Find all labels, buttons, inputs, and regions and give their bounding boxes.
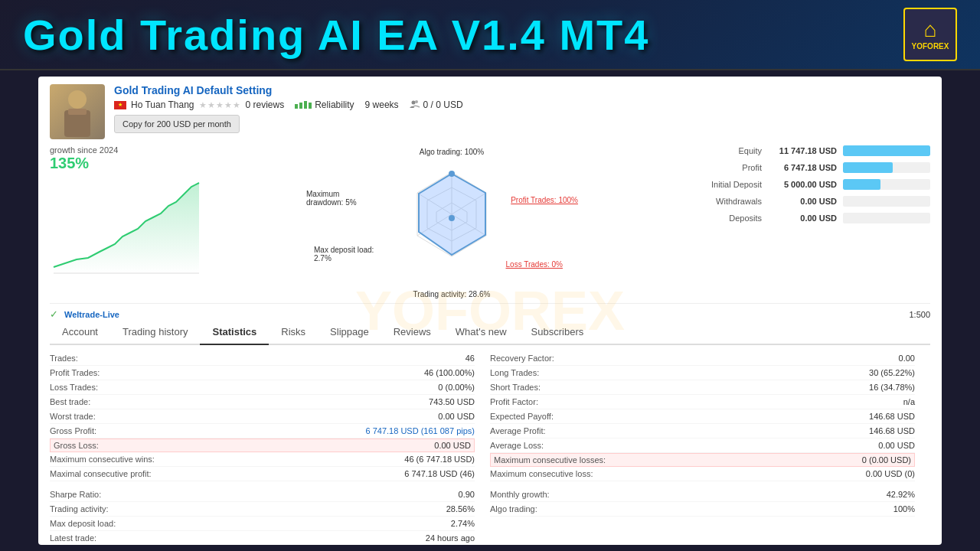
avatar [50, 84, 105, 139]
content-area: growth since 2024 135% [50, 145, 930, 298]
bar-container [843, 213, 930, 223]
stat-value: 6 747.18 USD (46) [404, 469, 475, 478]
stat-item: Sharpe Ratio: 0.90 [50, 487, 475, 502]
stat-item: Monthly growth: 42.92% [490, 487, 915, 502]
logo-icon: ⌂ [924, 19, 937, 41]
tab-account[interactable]: Account [50, 320, 110, 345]
stat-value: 0.90 [459, 490, 475, 499]
tab-slippage[interactable]: Slippage [318, 320, 381, 345]
stat-item: Latest trade: 24 hours ago [50, 531, 475, 545]
stat-item: Long Trades: 30 (65.22%) [490, 366, 915, 380]
stat-value: 0 (0.00%) [438, 383, 475, 392]
stat-label: Recovery Factor: [490, 354, 554, 363]
stat-item: Average Loss: 0.00 USD [490, 439, 915, 453]
equity-bar-label: Deposits [685, 214, 762, 223]
stat-item: Maximum consecutive losses: 0 (0.00 USD) [490, 453, 915, 467]
stars: ★★★★★ [199, 100, 241, 110]
stat-label: Maximum consecutive loss: [490, 469, 593, 478]
stat-value: 46 (6 747.18 USD) [404, 455, 475, 464]
banner: Gold Trading AI EA V1.4 MT4 ⌂ YOFOREX [0, 0, 980, 70]
author-name: Ho Tuan Thang [131, 99, 194, 110]
stat-label: Monthly growth: [490, 490, 550, 499]
signal-title: Gold Trading AI Default Setting [114, 84, 272, 96]
title-row: Gold Trading AI Default Setting [114, 84, 930, 96]
reviews: 0 reviews [246, 99, 285, 110]
copy-button[interactable]: Copy for 200 USD per month [114, 115, 240, 133]
stat-label: Expected Payoff: [490, 412, 554, 421]
stat-label: Short Trades: [490, 383, 541, 392]
bar-fill [843, 145, 930, 156]
svg-point-13 [449, 215, 455, 221]
stat-item: Profit Factor: n/a [490, 395, 915, 409]
bar-fill [843, 162, 893, 173]
stat-label: Trading activity: [50, 504, 109, 514]
equity-bars-container: Equity 11 747.18 USD Profit 6 747.18 USD… [685, 145, 930, 223]
card-header: Gold Trading AI Default Setting Ho Tuan … [50, 84, 930, 139]
stat-item: Trades: 46 [50, 351, 475, 366]
line-chart [50, 175, 203, 275]
stat-item: Profit Trades: 46 (100.00%) [50, 366, 475, 380]
stat-item: Worst trade: 0.00 USD [50, 409, 475, 424]
equity-bar-value: 11 747.18 USD [768, 146, 837, 155]
equity-bar-value: 0.00 USD [768, 197, 837, 206]
subscribers-info: 0 / 0 USD [410, 99, 463, 110]
stat-item: Expected Payoff: 146.68 USD [490, 409, 915, 424]
chart-area: growth since 2024 135% [50, 145, 218, 298]
stat-label: Max deposit load: [50, 519, 116, 528]
tab-subscribers[interactable]: Subscribers [519, 320, 596, 345]
loss-label: Loss Trades: 0% [506, 260, 563, 269]
stat-value: 0.00 USD [878, 441, 915, 450]
tab-risks[interactable]: Risks [269, 320, 318, 345]
leverage: 1:500 [909, 310, 930, 319]
weeks: 9 weeks [365, 99, 399, 110]
radar-svg [368, 149, 536, 295]
stat-item: Loss Trades: 0 (0.00%) [50, 380, 475, 395]
stat-value: 16 (34.78%) [869, 383, 915, 392]
stat-label: Maximal consecutive profit: [50, 469, 152, 478]
bar-container [843, 196, 930, 207]
tab-trading-history[interactable]: Trading history [110, 320, 201, 345]
bar-container [843, 179, 930, 190]
stat-item: Recovery Factor: 0.00 [490, 351, 915, 366]
stat-label: Sharpe Ratio: [50, 490, 101, 499]
reliability-label: Reliability [315, 99, 354, 110]
stat-value: 30 (65.22%) [869, 368, 915, 377]
stat-item: Maximum consecutive loss: 0.00 USD (0) [490, 467, 915, 481]
banner-title: Gold Trading AI EA V1.4 MT4 [23, 10, 649, 60]
stat-item: Gross Profit: 6 747.18 USD (161 087 pips… [50, 424, 475, 439]
stat-label: Loss Trades: [50, 383, 98, 392]
stats-table: Trades: 46 Profit Trades: 46 (100.00%) L… [50, 351, 930, 545]
stat-label: Long Trades: [490, 368, 539, 377]
tabs-container: AccountTrading historyStatisticsRisksSli… [50, 320, 596, 344]
author-row: Ho Tuan Thang ★★★★★ 0 reviews Reliabilit… [114, 99, 930, 110]
logo-text: YOFOREX [912, 42, 949, 51]
header-info: Gold Trading AI Default Setting Ho Tuan … [114, 84, 930, 133]
stat-label: Maximum consecutive wins: [50, 455, 155, 464]
stat-value: 2.74% [451, 519, 475, 528]
svg-point-0 [68, 90, 87, 109]
tab-what's-new[interactable]: What's new [443, 320, 519, 345]
stat-item: Maximal consecutive profit: 6 747.18 USD… [50, 467, 475, 481]
svg-rect-2 [68, 109, 87, 115]
growth-value: 135% [50, 155, 218, 172]
bar-container [843, 162, 930, 173]
broker-check-icon: ✓ [50, 308, 58, 320]
stat-value: 46 [466, 354, 475, 363]
stats-left: Trades: 46 Profit Trades: 46 (100.00%) L… [50, 351, 475, 481]
svg-point-14 [449, 171, 455, 177]
main-card: YOFOREX Gold Trading AI Default Setting … [38, 77, 942, 545]
stat-value: 28.56% [446, 504, 475, 514]
reliability-section: Reliability [295, 99, 354, 110]
stat-label: Gross Profit: [50, 426, 96, 435]
stats-right2: Monthly growth: 42.92% Algo trading: 100… [490, 487, 915, 517]
stats-left2: Sharpe Ratio: 0.90 Trading activity: 28.… [50, 487, 475, 545]
stat-value: 146.68 USD [869, 412, 915, 421]
tab-reviews[interactable]: Reviews [381, 320, 443, 345]
tabs-bar: AccountTrading historyStatisticsRisksSli… [50, 320, 930, 345]
stat-item: Algo trading: 100% [490, 502, 915, 517]
stat-value: 0.00 USD (0) [866, 469, 915, 478]
stats-right-col: Recovery Factor: 0.00 Long Trades: 30 (6… [490, 351, 930, 545]
tab-statistics[interactable]: Statistics [200, 320, 269, 345]
stat-value: 0.00 [899, 354, 915, 363]
stat-label: Best trade: [50, 397, 90, 406]
